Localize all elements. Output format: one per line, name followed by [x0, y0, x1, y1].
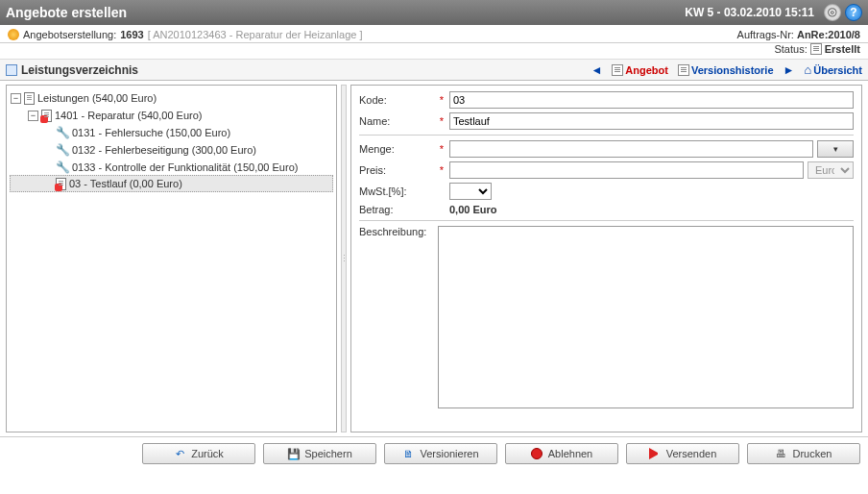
link-angebot-label: Angebot: [625, 64, 668, 76]
tree-item-label: 03 - Testlauf (0,00 Euro): [69, 178, 182, 189]
header-datetime: KW 5 - 03.02.2010 15:11: [685, 6, 814, 19]
page-title: Angebote erstellen: [6, 5, 685, 20]
menge-label: Menge:: [359, 143, 434, 155]
link-versionshistorie-label: Versionshistorie: [691, 64, 774, 76]
link-versionshistorie[interactable]: Versionshistorie: [678, 64, 774, 76]
tree-item-label: 0133 - Kontrolle der Funktionalität (150…: [72, 161, 298, 173]
tree-group[interactable]: − 1401 - Reparatur (540,00 Euro): [11, 107, 332, 124]
required-marker: *: [438, 164, 446, 176]
order-reference: [ AN2010123463 - Reparatur der Heizanlag…: [148, 29, 363, 40]
betrag-value: 0,00 Euro: [449, 204, 497, 215]
print-button[interactable]: 🖶Drucken: [747, 443, 860, 464]
collapse-icon[interactable]: −: [11, 93, 21, 104]
wrench-icon: 🔧: [56, 143, 69, 157]
document-alert-icon: [56, 178, 66, 190]
send-button[interactable]: Versenden: [626, 443, 739, 464]
required-marker: *: [438, 115, 446, 127]
section-header: Leistungsverzeichnis ◄ Angebot Versionsh…: [0, 60, 868, 81]
section-title: Leistungsverzeichnis: [21, 63, 138, 77]
document-icon: [810, 43, 822, 55]
globe-icon[interactable]: ⦾: [824, 4, 841, 21]
beschreibung-label: Beschreibung:: [359, 226, 434, 237]
preis-unit-select: Euro: [808, 161, 854, 179]
save-icon: 💾: [287, 448, 299, 459]
order-id: 1693: [120, 29, 143, 40]
betrag-label: Betrag:: [359, 204, 434, 215]
link-uebersicht-label: Übersicht: [813, 64, 862, 76]
wrench-icon: 🔧: [56, 126, 69, 139]
context-label: Angebotserstellung:: [23, 29, 116, 40]
help-icon[interactable]: ?: [845, 4, 862, 21]
document-icon: [678, 64, 689, 76]
tree-item[interactable]: 🔧 0132 - Fehlerbeseitigung (300,00 Euro): [11, 141, 332, 159]
tree-root[interactable]: − Leistungen (540,00 Euro): [11, 89, 332, 107]
auftrag-value: AnRe:2010/8: [797, 29, 860, 40]
tree-item[interactable]: 🔧 0131 - Fehlersuche (150,00 Euro): [11, 124, 332, 141]
tree-item[interactable]: 🔧 0133 - Kontrolle der Funktionalität (1…: [11, 159, 332, 176]
send-button-label: Versenden: [666, 448, 717, 459]
auftrag-label: Auftrags-Nr:: [737, 29, 794, 40]
back-icon: ↶: [174, 448, 185, 459]
status-line: Status: Erstellt: [0, 43, 868, 60]
mwst-select[interactable]: [449, 183, 492, 200]
wrench-icon: 🔧: [56, 161, 69, 174]
home-icon: ⌂: [804, 62, 811, 77]
save-button-label: Speichern: [304, 448, 352, 459]
status-value: Erstellt: [825, 43, 860, 55]
name-input[interactable]: [449, 112, 854, 130]
tree-group-label: 1401 - Reparatur (540,00 Euro): [55, 110, 202, 121]
link-angebot[interactable]: Angebot: [612, 64, 668, 76]
deny-button[interactable]: Ablehnen: [505, 443, 618, 464]
titlebar: Angebote erstellen KW 5 - 03.02.2010 15:…: [0, 0, 868, 25]
service-tree: − Leistungen (540,00 Euro) − 1401 - Repa…: [7, 86, 336, 195]
preis-input[interactable]: [449, 161, 804, 179]
footer-toolbar: ↶Zurück 💾Speichern 🗎Versionieren Ablehne…: [0, 436, 868, 470]
nav-prev[interactable]: ◄: [591, 63, 602, 77]
save-button[interactable]: 💾Speichern: [263, 443, 376, 464]
preis-label: Preis:: [359, 164, 434, 176]
back-button-label: Zurück: [191, 448, 224, 459]
menge-unit-dropdown[interactable]: [817, 140, 854, 158]
collapse-icon[interactable]: −: [28, 111, 38, 121]
tree-root-label: Leistungen (540,00 Euro): [37, 92, 157, 104]
tree-panel: − Leistungen (540,00 Euro) − 1401 - Repa…: [6, 85, 337, 432]
status-label: Status:: [774, 43, 807, 55]
context-bar: Angebotserstellung: 1693 [ AN2010123463 …: [0, 25, 868, 43]
version-button[interactable]: 🗎Versionieren: [384, 443, 497, 464]
send-icon: [649, 448, 661, 459]
document-alert-icon: [41, 110, 52, 122]
document-icon: [612, 64, 623, 76]
content-body: − Leistungen (540,00 Euro) − 1401 - Repa…: [0, 81, 868, 436]
document-icon: [24, 92, 35, 105]
kode-input[interactable]: [449, 91, 854, 109]
deny-icon: [531, 448, 542, 459]
deny-button-label: Ablehnen: [548, 448, 593, 459]
name-label: Name:: [359, 115, 434, 127]
kode-label: Kode:: [359, 94, 434, 106]
print-icon: 🖶: [776, 448, 787, 459]
section-icon: [6, 64, 17, 76]
tree-item-selected[interactable]: 03 - Testlauf (0,00 Euro): [10, 175, 333, 192]
version-icon: 🗎: [402, 448, 414, 459]
mwst-label: MwSt.[%]:: [359, 185, 434, 197]
print-button-label: Drucken: [793, 448, 832, 459]
nav-next[interactable]: ►: [784, 63, 795, 77]
status-dot-icon: [8, 29, 19, 40]
tree-item-label: 0131 - Fehlersuche (150,00 Euro): [72, 127, 230, 138]
back-button[interactable]: ↶Zurück: [142, 443, 255, 464]
tree-item-label: 0132 - Fehlerbeseitigung (300,00 Euro): [72, 144, 256, 156]
link-uebersicht[interactable]: ⌂ Übersicht: [804, 62, 862, 77]
form-panel: Kode: * Name: * Menge: * Preis: * Euro M…: [350, 85, 862, 432]
menge-input[interactable]: [449, 140, 813, 158]
required-marker: *: [438, 143, 446, 155]
beschreibung-textarea[interactable]: [438, 226, 854, 408]
version-button-label: Versionieren: [420, 448, 478, 459]
required-marker: *: [438, 94, 446, 106]
splitter[interactable]: ⋮: [341, 85, 347, 432]
